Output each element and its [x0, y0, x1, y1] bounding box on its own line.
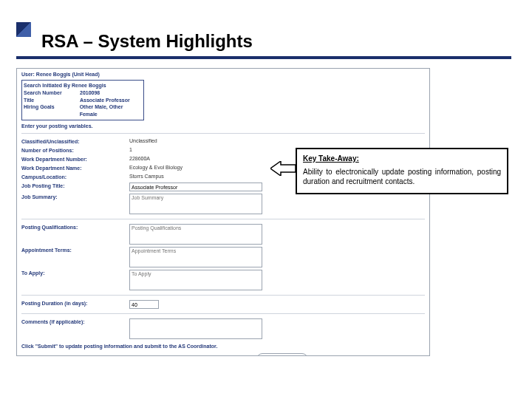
- field-label: Comments (if applicable):: [21, 318, 125, 325]
- divider: [21, 295, 425, 296]
- initiated-label: Search Initiated By Renee Boggis: [24, 82, 106, 89]
- summary-textarea[interactable]: [129, 194, 262, 214]
- posting-title-input[interactable]: [129, 183, 262, 191]
- terms-textarea[interactable]: [129, 247, 262, 267]
- search-info-box: Search Initiated By Renee Boggis Search …: [21, 80, 144, 120]
- field-value: Unclassified: [129, 138, 157, 143]
- field-summary: Job Summary:: [21, 194, 425, 214]
- callout-heading: Key Take-Away:: [303, 154, 501, 164]
- comments-textarea[interactable]: [129, 318, 262, 339]
- submit-button[interactable]: SUBMIT: [256, 353, 309, 356]
- info-value: 2010098: [80, 89, 100, 97]
- info-row: Hiring Goals Other Male, Other Female: [24, 103, 142, 118]
- info-value: Associate Professor: [80, 97, 130, 104]
- title-rule: [16, 56, 511, 59]
- info-value: Other Male, Other Female: [80, 103, 142, 118]
- info-label: Hiring Goals: [24, 103, 75, 118]
- field-value: Ecology & Evol Biology: [129, 165, 183, 170]
- field-duration: Posting Duration (in days):: [21, 300, 425, 309]
- info-label: Search Number: [24, 89, 75, 97]
- initiated-row: Search Initiated By Renee Boggis: [24, 82, 142, 89]
- field-label: Job Posting Title:: [21, 183, 125, 189]
- field-label: Work Department Number:: [21, 156, 125, 163]
- field-label: Number of Positions:: [21, 147, 125, 154]
- field-apply: To Apply:: [21, 270, 425, 290]
- field-label: Campus/Location:: [21, 174, 125, 180]
- apply-textarea[interactable]: [129, 270, 262, 290]
- field-label: Posting Qualifications:: [21, 224, 125, 231]
- field-value: 1: [129, 147, 132, 152]
- slide-title: RSA – System Highlights: [41, 31, 511, 52]
- screenshot-panel: User: Renee Boggis (Unit Head) Search In…: [16, 68, 430, 356]
- field-terms: Appointment Terms:: [21, 247, 425, 267]
- field-label: Classified/Unclassified:: [21, 138, 125, 145]
- info-label: Title: [24, 97, 75, 104]
- field-label: Appointment Terms:: [21, 247, 125, 253]
- section-hint: Enter your posting variables.: [21, 123, 425, 129]
- title-bar: RSA – System Highlights: [16, 31, 511, 52]
- divider: [21, 133, 425, 134]
- info-row: Title Associate Professor: [24, 97, 142, 104]
- bottom-hint: Click "Submit" to update posting informa…: [21, 344, 425, 349]
- callout-body: Ability to electronically update posting…: [303, 167, 501, 187]
- field-comments: Comments (if applicable):: [21, 318, 425, 339]
- takeaway-callout: Key Take-Away: Ability to electronically…: [296, 148, 508, 194]
- info-row: Search Number 2010098: [24, 89, 142, 97]
- submit-wrap: SUBMIT: [135, 353, 429, 356]
- field-value: 228600A: [129, 156, 150, 161]
- divider: [21, 313, 425, 314]
- field-label: Work Department Name:: [21, 165, 125, 171]
- field-classified: Classified/Unclassified: Unclassified: [21, 138, 425, 145]
- duration-input[interactable]: [129, 300, 159, 309]
- divider: [21, 219, 425, 219]
- field-value: Storrs Campus: [129, 174, 164, 179]
- quals-textarea[interactable]: [129, 224, 262, 245]
- field-label: Posting Duration (in days):: [21, 300, 125, 307]
- field-label: Job Summary:: [21, 194, 125, 200]
- field-label: To Apply:: [21, 270, 125, 276]
- slide: RSA – System Highlights User: Renee Bogg…: [0, 0, 532, 399]
- user-line: User: Renee Boggis (Unit Head): [21, 72, 425, 77]
- field-quals: Posting Qualifications:: [21, 224, 425, 245]
